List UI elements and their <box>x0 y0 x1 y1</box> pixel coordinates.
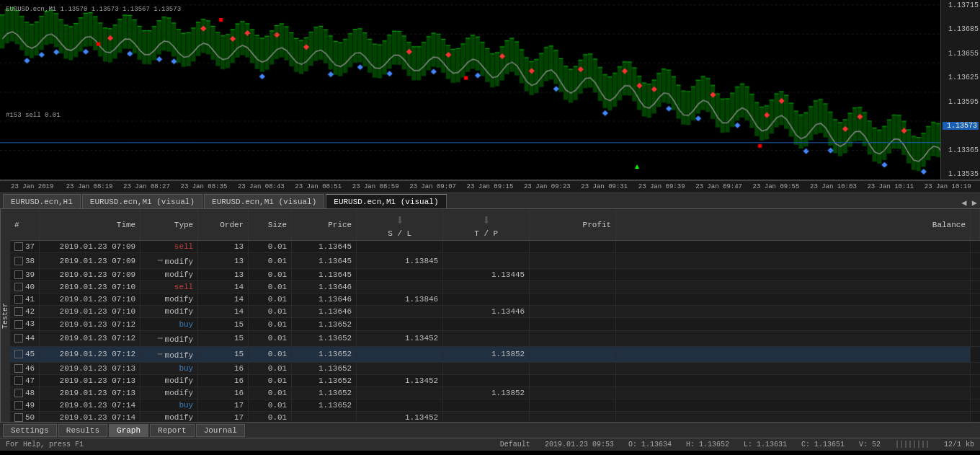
cell-balance <box>616 386 971 399</box>
table-row[interactable]: 45 2019.01.23 07:12 ➡modify 15 0.01 1.13… <box>10 346 980 362</box>
table-row[interactable]: 50 2019.01.23 07:14 modify 17 0.01 1.134… <box>10 411 980 422</box>
cell-tp <box>443 411 530 422</box>
col-profit: Profit <box>530 209 616 241</box>
bottom-tab-settings[interactable]: Settings <box>3 424 57 437</box>
row-icon <box>14 242 23 251</box>
cell-tp <box>443 374 530 386</box>
cell-tp <box>443 281 530 293</box>
time-tick: 23 Jan 09:15 <box>461 183 518 190</box>
table-row[interactable]: 43 2019.01.23 07:12 buy 15 0.01 1.13652 <box>10 318 980 330</box>
cell-sl: 1.13846 <box>357 293 443 306</box>
cell-tp <box>443 318 530 330</box>
table-row[interactable]: 46 2019.01.23 07:13 buy 16 0.01 1.13652 <box>10 362 980 374</box>
row-icon <box>14 270 23 279</box>
cell-balance <box>616 399 971 411</box>
table-row[interactable]: 38 2019.01.23 07:09 ➡modify 13 0.01 1.13… <box>10 253 980 269</box>
table-row[interactable]: 42 2019.01.23 07:10 modify 14 0.01 1.136… <box>10 306 980 318</box>
cell-sl: 1.13452 <box>357 411 443 422</box>
cell-id: 41 <box>10 293 40 306</box>
table-row[interactable]: 44 2019.01.23 07:12 ➡modify 15 0.01 1.13… <box>10 330 980 346</box>
bottom-tab-results[interactable]: Results <box>58 424 107 437</box>
table-row[interactable]: 48 2019.01.23 07:13 modify 16 0.01 1.136… <box>10 386 980 399</box>
cell-price: 1.13652 <box>292 386 357 399</box>
status-bar: For Help, press F1 Default 2019.01.23 09… <box>0 438 980 451</box>
cell-price: 1.13652 <box>292 362 357 374</box>
time-tick: 23 Jan 10:03 <box>805 183 862 190</box>
table-row[interactable]: 41 2019.01.23 07:10 modify 14 0.01 1.136… <box>10 293 980 306</box>
chart-tab-1[interactable]: EURUSD.ecn,M1 (visual) <box>82 194 202 208</box>
cell-size: 0.01 <box>249 346 292 362</box>
cell-sl <box>357 346 443 362</box>
col-order: Order <box>198 209 249 241</box>
row-icon <box>14 413 23 422</box>
col-time: Time <box>40 209 141 241</box>
table-header-row: # Time Type Order Size Price ⬇ S / L <box>10 209 980 241</box>
cell-size: 0.01 <box>249 306 292 318</box>
time-tick: 23 Jan 08:27 <box>118 183 175 190</box>
cell-type: buy <box>141 399 198 411</box>
cell-order: 14 <box>198 293 249 306</box>
cell-time: 2019.01.23 07:09 <box>40 269 141 281</box>
cell-balance <box>616 269 971 281</box>
status-volume: V: 52 <box>859 441 881 449</box>
cell-time: 2019.01.23 07:09 <box>40 253 141 269</box>
cell-id: 45 <box>10 346 40 362</box>
table-row[interactable]: 37 2019.01.23 07:09 sell 13 0.01 1.13645 <box>10 241 980 253</box>
cell-sl <box>357 269 443 281</box>
bottom-tab-graph[interactable]: Graph <box>109 424 148 437</box>
cell-tp <box>443 253 530 269</box>
cell-profit <box>530 399 616 411</box>
table-row[interactable]: 49 2019.01.23 07:14 buy 17 0.01 1.13652 <box>10 399 980 411</box>
row-icon <box>14 350 23 358</box>
chart-canvas <box>0 0 980 180</box>
time-tick: 23 Jan 09:31 <box>576 183 633 190</box>
cell-tp: 1.13445 <box>443 269 530 281</box>
cell-id: 39 <box>10 269 40 281</box>
cell-balance <box>616 346 971 362</box>
tab-nav[interactable]: ◀ ▶ <box>961 198 980 208</box>
cell-sl: 1.13452 <box>357 374 443 386</box>
status-close: C: 1.13651 <box>801 441 845 449</box>
chart-tab-0[interactable]: EURUSD.ecn,H1 <box>3 194 81 208</box>
bottom-tab-report[interactable]: Report <box>150 424 195 437</box>
col-size: Size <box>249 209 292 241</box>
chart-tab-3[interactable]: EURUSD.ecn,M1 (visual) <box>326 194 446 208</box>
time-tick: 23 Jan 10:19 <box>919 183 976 190</box>
row-icon <box>14 334 23 343</box>
cell-balance <box>616 241 971 253</box>
cell-sl <box>357 306 443 318</box>
cell-profit <box>530 281 616 293</box>
cell-order: 15 <box>198 346 249 362</box>
bottom-tab-journal[interactable]: Journal <box>196 424 245 437</box>
cell-sl <box>357 281 443 293</box>
cell-tp: 1.13852 <box>443 386 530 399</box>
cell-size: 0.01 <box>249 362 292 374</box>
time-tick: 23 Jan 08:43 <box>233 183 290 190</box>
table-container[interactable]: # Time Type Order Size Price ⬇ S / L <box>10 209 980 422</box>
cell-size: 0.01 <box>249 386 292 399</box>
table-row[interactable]: 40 2019.01.23 07:10 sell 14 0.01 1.13646 <box>10 281 980 293</box>
col-hash: # <box>10 209 40 241</box>
row-icon <box>14 401 23 410</box>
table-row[interactable]: 47 2019.01.23 07:13 modify 16 0.01 1.136… <box>10 374 980 386</box>
time-tick: 23 Jan 2019 <box>4 183 61 190</box>
cell-order: 15 <box>198 330 249 346</box>
cell-balance <box>616 253 971 269</box>
cell-size: 0.01 <box>249 330 292 346</box>
price-label: 1.13573 <box>943 122 979 130</box>
cell-id: 50 <box>10 411 40 422</box>
status-datetime: 2019.01.23 09:53 <box>545 441 614 449</box>
cell-balance <box>616 330 971 346</box>
cell-profit <box>530 411 616 422</box>
cell-size: 0.01 <box>249 411 292 422</box>
scrollbar-placeholder <box>971 209 980 241</box>
table-row[interactable]: 39 2019.01.23 07:09 modify 13 0.01 1.136… <box>10 269 980 281</box>
col-sl: ⬇ S / L <box>357 209 443 241</box>
cell-order: 13 <box>198 253 249 269</box>
cell-id: 37 <box>10 241 40 253</box>
chart-tab-2[interactable]: EURUSD.ecn,M1 (visual) <box>204 194 324 208</box>
cell-type: sell <box>141 241 198 253</box>
time-tick: 23 Jan 09:23 <box>519 183 576 190</box>
cell-type: ➡modify <box>141 346 198 362</box>
time-tick: 23 Jan 09:55 <box>747 183 804 190</box>
